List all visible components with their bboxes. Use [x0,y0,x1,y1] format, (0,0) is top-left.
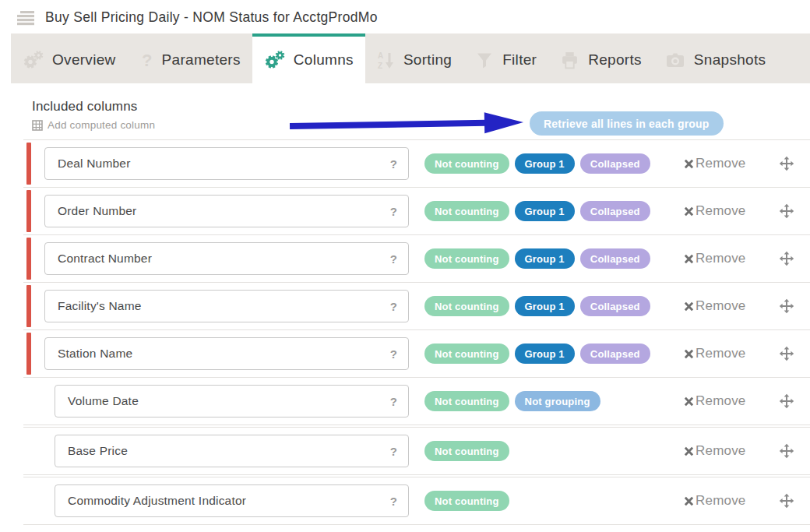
remove-label: Remove [696,251,746,266]
status-badge[interactable]: Not counting [424,296,509,316]
add-computed-column-link[interactable]: Add computed column [32,119,155,131]
tab-bar: Overview ?Parameters Columns A Z Sorting… [11,33,810,83]
help-question-icon[interactable]: ? [390,252,397,266]
column-name-input[interactable]: Contract Number ? [44,242,409,275]
retrieve-all-lines-button[interactable]: Retrieve all lines in each group [530,111,724,136]
remove-button[interactable]: Remove [684,156,746,171]
move-handle-icon[interactable] [779,298,794,314]
move-handle-icon[interactable] [779,493,794,509]
status-badge[interactable]: Not counting [424,248,509,269]
help-question-icon[interactable]: ? [390,495,397,508]
status-badge[interactable]: Group 1 [515,344,575,364]
gears-icon [264,50,285,70]
remove-x-icon [684,446,694,456]
move-handle-icon[interactable] [779,443,794,459]
tab-parameters[interactable]: ?Parameters [128,33,252,83]
help-question-icon[interactable]: ? [390,157,397,171]
status-badge[interactable]: Not counting [424,201,509,221]
svg-text:Z: Z [378,62,382,70]
badge-group: Not countingNot grouping [424,391,600,411]
tab-overview[interactable]: Overview [11,33,128,83]
tab-sorting[interactable]: A Z Sorting [365,33,463,83]
tab-label: Columns [294,51,354,69]
status-badge[interactable]: Group 1 [515,296,575,316]
remove-button[interactable]: Remove [684,346,746,361]
help-question-icon[interactable]: ? [390,395,397,408]
remove-button[interactable]: Remove [684,493,746,509]
move-handle-icon[interactable] [779,156,794,171]
remove-label: Remove [696,298,746,314]
included-columns-heading: Included columns [32,99,138,115]
remove-label: Remove [696,443,746,459]
remove-x-icon [684,159,694,169]
divider [23,524,810,525]
status-badge[interactable]: Not counting [424,391,509,411]
badge-group: Not countingGroup 1Collapsed [424,248,650,269]
remove-button[interactable]: Remove [684,203,746,219]
remove-button[interactable]: Remove [684,251,746,266]
help-question-icon[interactable]: ? [390,205,397,218]
panel-head: Included columns Add computed column [0,83,810,139]
tab-label: Parameters [162,51,241,69]
column-row: Contract Number ? Not countingGroup 1Col… [0,235,810,282]
question-icon: ? [139,50,153,70]
status-badge[interactable]: Collapsed [580,153,650,174]
tab-filter[interactable]: Filter [463,33,548,83]
status-badge[interactable]: Not grouping [515,391,600,411]
remove-button[interactable]: Remove [684,298,746,314]
column-name-input[interactable]: Commodity Adjustment Indicator ? [55,484,409,517]
printer-icon [560,51,579,70]
status-badge[interactable]: Group 1 [515,248,575,269]
status-badge[interactable]: Collapsed [580,248,650,269]
status-badge[interactable]: Not counting [424,441,509,461]
tab-reports[interactable]: Reports [548,33,653,83]
status-badge[interactable]: Collapsed [580,296,650,316]
annotation-arrow [290,111,525,137]
group-indicator-bar [26,333,31,375]
remove-x-icon [684,206,694,217]
sort-icon: A Z [377,50,395,70]
column-row: Volume Date ? Not countingNot grouping R… [0,378,810,425]
status-badge[interactable]: Collapsed [580,201,650,221]
tab-label: Reports [588,51,642,69]
column-row: Order Number ? Not countingGroup 1Collap… [0,188,810,234]
tab-snapshots[interactable]: Snapshots [653,33,778,83]
tab-label: Overview [52,51,116,69]
column-name-input[interactable]: Volume Date ? [55,385,409,417]
column-name-text: Facility's Name [58,299,142,313]
column-name-input[interactable]: Base Price ? [55,435,409,467]
help-question-icon[interactable]: ? [390,445,397,458]
status-badge[interactable]: Not counting [424,153,509,174]
column-name-text: Contract Number [58,252,152,266]
status-badge[interactable]: Collapsed [580,344,650,364]
remove-button[interactable]: Remove [684,393,746,409]
remove-x-icon [684,254,694,264]
status-badge[interactable]: Not counting [424,344,509,364]
help-question-icon[interactable]: ? [390,347,397,361]
move-handle-icon[interactable] [779,203,794,219]
remove-x-icon [684,349,694,359]
help-question-icon[interactable]: ? [390,300,397,313]
remove-label: Remove [696,203,746,219]
status-badge[interactable]: Not counting [424,491,509,511]
move-handle-icon[interactable] [779,393,794,409]
column-name-input[interactable]: Facility's Name ? [44,290,409,322]
column-row: Facility's Name ? Not countingGroup 1Col… [0,283,810,329]
status-badge[interactable]: Group 1 [515,201,575,221]
camera-icon [665,51,685,70]
move-handle-icon[interactable] [779,251,794,266]
remove-button[interactable]: Remove [684,443,746,459]
remove-label: Remove [696,393,746,409]
badge-group: Not countingGroup 1Collapsed [424,296,650,316]
tab-label: Filter [502,51,537,69]
table-grid-icon [32,120,43,131]
column-row: Commodity Adjustment Indicator ? Not cou… [0,477,810,524]
column-name-input[interactable]: Order Number ? [44,195,409,227]
tab-columns[interactable]: Columns [252,33,365,83]
move-handle-icon[interactable] [779,346,794,361]
column-name-text: Station Name [58,347,132,361]
column-name-input[interactable]: Deal Number ? [44,147,409,180]
status-badge[interactable]: Group 1 [515,153,575,174]
remove-x-icon [684,496,694,506]
column-name-input[interactable]: Station Name ? [44,337,409,370]
